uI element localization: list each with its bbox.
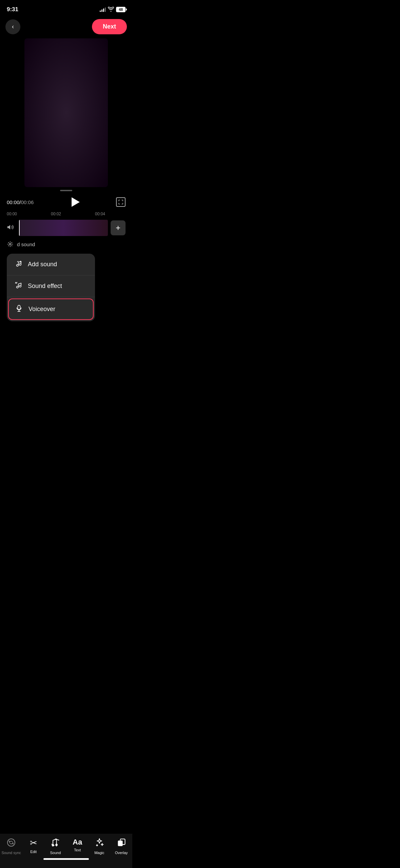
timeline-markers: 00:00 00:02 00:04	[7, 212, 126, 216]
status-time: 9:31	[7, 6, 18, 13]
video-preview	[24, 38, 108, 187]
status-icons: 48	[100, 7, 126, 13]
time-display: 00:00/00:06	[7, 199, 34, 205]
timeline-row: +	[7, 218, 126, 237]
add-sound-item[interactable]: Add sound	[7, 254, 95, 275]
svg-point-3	[19, 264, 21, 266]
svg-point-6	[17, 286, 19, 288]
marker-2: 00:04	[95, 212, 132, 216]
svg-point-7	[19, 285, 21, 287]
signal-icon	[100, 7, 106, 12]
voiceover-icon	[14, 305, 24, 314]
sound-menu-overlay: Add sound Sound effect	[0, 254, 132, 321]
marker-1: 00:02	[51, 212, 95, 216]
scrubber-handle	[60, 190, 72, 191]
add-clip-button[interactable]: +	[111, 220, 126, 235]
status-bar: 9:31 48	[0, 0, 132, 16]
current-time: 00:00	[7, 199, 20, 205]
svg-point-8	[15, 282, 16, 283]
marker-0: 00:00	[7, 212, 51, 216]
next-button[interactable]: Next	[92, 19, 127, 34]
play-button[interactable]	[69, 196, 81, 208]
sound-effect-label: Sound effect	[28, 283, 62, 290]
voiceover-wrapper: Voiceover	[7, 297, 95, 321]
svg-point-1	[9, 243, 11, 245]
timeline-clip	[19, 220, 108, 236]
svg-point-2	[17, 265, 19, 267]
add-sound-icon	[14, 260, 23, 269]
voiceover-item[interactable]: Voiceover	[8, 299, 94, 320]
back-button[interactable]: ‹	[5, 19, 20, 34]
playback-controls: 00:00/00:06	[0, 194, 132, 210]
timeline-track	[19, 220, 108, 236]
play-icon	[72, 197, 80, 207]
edit-sound-row: d sound	[0, 237, 132, 251]
playhead	[19, 220, 20, 236]
edit-sound-icon	[7, 241, 14, 248]
sound-menu: Add sound Sound effect	[7, 254, 95, 321]
svg-marker-0	[7, 225, 10, 229]
total-time: 00:06	[21, 199, 34, 205]
volume-icon	[7, 223, 16, 233]
voiceover-label: Voiceover	[28, 306, 55, 313]
timeline-container: 00:00 00:02 00:04 +	[0, 210, 132, 237]
top-nav: ‹ Next	[0, 16, 132, 38]
wifi-icon	[108, 7, 114, 13]
edit-sound-label: d sound	[17, 241, 35, 247]
battery-icon: 48	[116, 7, 126, 12]
sound-effect-icon	[14, 282, 23, 291]
add-sound-label: Add sound	[28, 261, 57, 268]
sound-effect-item[interactable]: Sound effect	[7, 275, 95, 297]
fullscreen-icon[interactable]	[116, 197, 126, 207]
